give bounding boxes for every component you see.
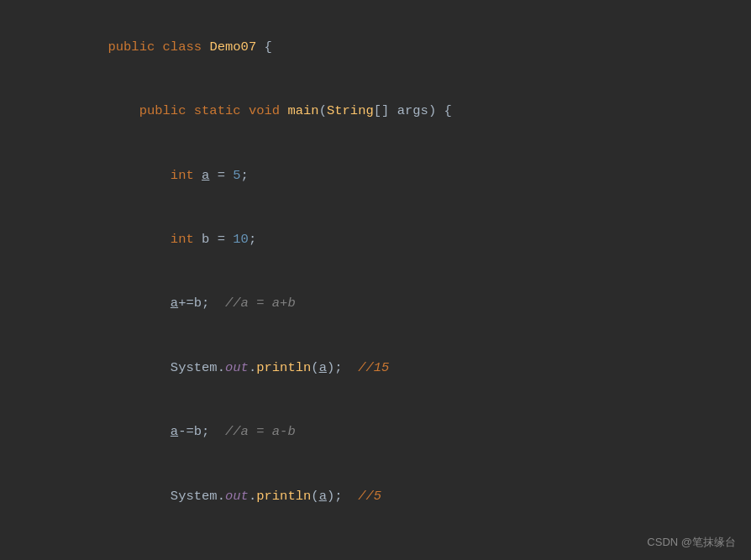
code-line-6: System.out.println(a); //15 xyxy=(17,336,751,400)
code-line-10 xyxy=(17,551,751,560)
line-content-6: System.out.println(a); //15 xyxy=(42,337,751,399)
code-line-4: int b = 10; xyxy=(17,207,751,271)
line-content-8: System.out.println(a); //5 xyxy=(42,465,751,527)
code-line-7: a-=b; //a = a-b xyxy=(17,400,751,463)
code-line-3: int a = 5; xyxy=(17,144,751,207)
code-area[interactable]: public class Demo07 { public static void… xyxy=(0,0,751,560)
line-content-7: a-=b; //a = a-b xyxy=(42,400,751,463)
line-content-1: public class Demo07 { xyxy=(42,16,751,78)
code-line-1: public class Demo07 { xyxy=(17,15,751,79)
line-content-9 xyxy=(42,529,751,550)
code-line-9 xyxy=(17,528,751,551)
code-line-2: public static void main(String[] args) { xyxy=(17,79,751,143)
line-content-5: a+=b; //a = a+b xyxy=(42,273,751,335)
code-editor: public class Demo07 { public static void… xyxy=(0,0,751,560)
line-content-4: int b = 10; xyxy=(42,208,751,270)
line-content-3: int a = 5; xyxy=(42,144,751,207)
code-line-5: a+=b; //a = a+b xyxy=(17,272,751,336)
code-line-8: System.out.println(a); //5 xyxy=(17,464,751,528)
line-content-10 xyxy=(42,552,751,560)
line-content-2: public static void main(String[] args) { xyxy=(42,80,751,142)
watermark: CSDN @笔抹缘台 xyxy=(647,535,736,550)
